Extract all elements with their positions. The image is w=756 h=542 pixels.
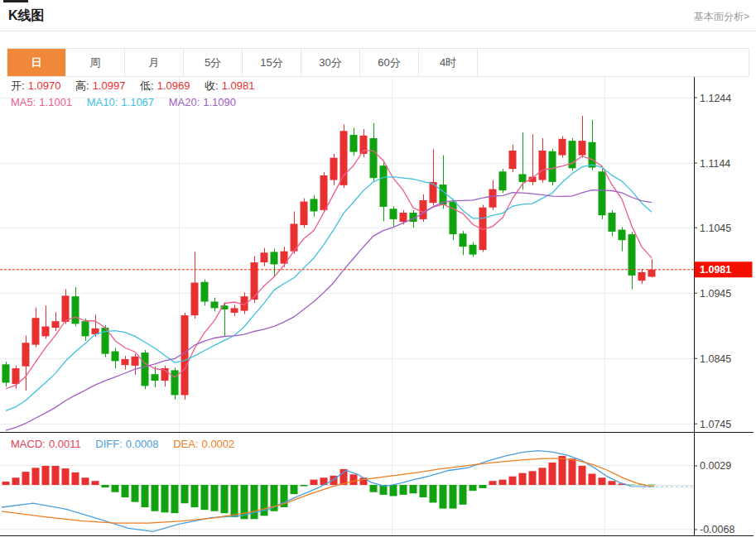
svg-text:1.0945: 1.0945 <box>700 288 731 300</box>
open-value: 1.0970 <box>28 79 61 92</box>
ma20-label: MA20: <box>169 96 200 108</box>
period-tabbar: 日周月5分15分30分60分4时 <box>7 48 749 77</box>
ma10-value: 1.1067 <box>121 96 154 108</box>
tab-4时[interactable]: 4时 <box>419 49 478 76</box>
svg-text:1.1244: 1.1244 <box>700 93 731 104</box>
close-value: 1.0981 <box>222 79 255 92</box>
svg-text:1.0981: 1.0981 <box>700 264 731 276</box>
tab-60分[interactable]: 60分 <box>360 49 419 76</box>
tab-日[interactable]: 日 <box>7 49 66 76</box>
low-value: 1.0969 <box>157 79 190 92</box>
candles-group <box>2 116 656 400</box>
dea-value: 0.0002 <box>202 438 235 450</box>
svg-text:1.0745: 1.0745 <box>700 419 731 430</box>
tabbar-empty-space <box>478 49 749 76</box>
svg-text:-0.0068: -0.0068 <box>700 524 734 535</box>
macd-label: MACD: <box>11 438 46 450</box>
svg-text:1.0845: 1.0845 <box>700 353 731 365</box>
dea-line <box>2 458 654 523</box>
kline-chart-canvas[interactable]: 1.12441.11441.10451.09451.08451.07450.00… <box>0 77 756 542</box>
price-axis-labels: 1.12441.11441.10451.09451.08451.0745 <box>694 93 731 430</box>
dea-label: DEA: <box>173 438 198 450</box>
tab-5分[interactable]: 5分 <box>184 49 243 76</box>
svg-text:1.1144: 1.1144 <box>700 158 730 170</box>
low-label: 低: <box>140 79 154 92</box>
page-title: K线图 <box>8 7 45 25</box>
tab-周[interactable]: 周 <box>66 49 125 76</box>
macd-readout: MACD:0.0011 DIFF:0.0008 DEA:0.0002 <box>11 438 238 450</box>
macd-axis-labels: 0.0029-0.0068 <box>694 460 734 535</box>
fundamental-analysis-link[interactable]: 基本面分析> <box>694 10 749 24</box>
close-label: 收: <box>205 79 219 92</box>
open-label: 开: <box>11 79 25 92</box>
ma20-line <box>6 190 652 430</box>
last-price-tag: 1.0981 <box>695 261 753 277</box>
high-label: 高: <box>75 79 89 92</box>
ma-readout: MA5:1.1001 MA10:1.1067 MA20:1.1090 <box>11 96 239 108</box>
diff-value: 0.0008 <box>126 438 159 450</box>
diff-line <box>2 451 654 532</box>
svg-text:0.0029: 0.0029 <box>700 460 731 472</box>
chart-area: 1.12441.11441.10451.09451.08451.07450.00… <box>0 77 756 542</box>
ma20-value: 1.1090 <box>203 96 236 108</box>
tab-30分[interactable]: 30分 <box>301 49 360 76</box>
diff-label: DIFF: <box>95 438 123 450</box>
tab-月[interactable]: 月 <box>125 49 184 76</box>
tab-15分[interactable]: 15分 <box>243 49 301 76</box>
kline-page: K线图 基本面分析> 日周月5分15分30分60分4时 1.12441.1144… <box>0 0 756 542</box>
ma5-value: 1.1001 <box>39 96 72 108</box>
ma10-label: MA10: <box>87 96 118 108</box>
header: K线图 基本面分析> <box>0 0 756 31</box>
svg-text:1.1045: 1.1045 <box>700 223 731 234</box>
macd-value: 0.0011 <box>49 438 81 450</box>
ma5-label: MA5: <box>11 96 36 108</box>
high-value: 1.0997 <box>93 79 126 92</box>
ohlc-readout: 开:1.0970 高:1.0997 低:1.0969 收:1.0981 <box>11 79 258 94</box>
